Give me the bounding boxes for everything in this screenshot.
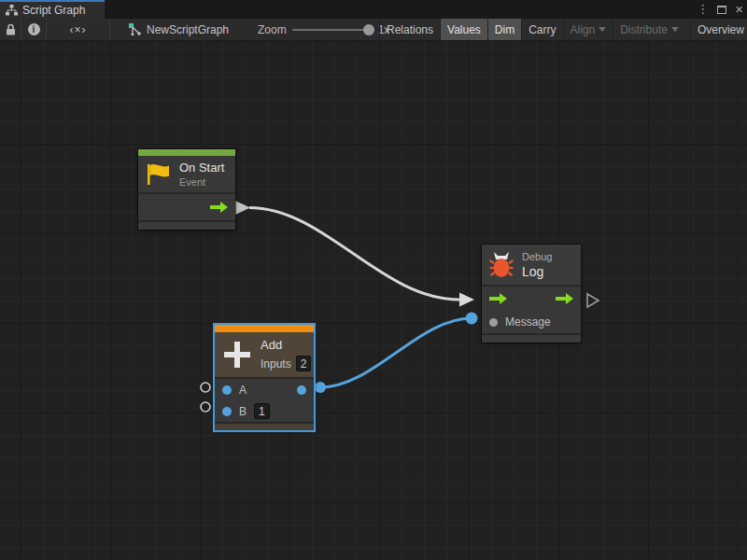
- trigger-out-port-icon[interactable]: [556, 292, 573, 305]
- port-b-dot[interactable]: [222, 407, 232, 416]
- distribute-dropdown[interactable]: Distribute: [613, 19, 685, 40]
- message-port-dot[interactable]: [489, 318, 498, 327]
- node-surtitle: Debug: [522, 250, 552, 264]
- value-wire-end-dot: [466, 313, 478, 325]
- node-subtitle: Event: [179, 175, 224, 189]
- zoom-slider-handle[interactable]: [363, 24, 374, 35]
- node-footer: [482, 333, 581, 343]
- node-title: Log: [522, 264, 552, 280]
- code-icon: ‹×›: [70, 23, 87, 36]
- maximize-icon[interactable]: [717, 6, 726, 14]
- node-footer: [138, 220, 235, 230]
- plus-icon: [222, 340, 252, 370]
- port-a-dot[interactable]: [222, 385, 232, 395]
- toolbar-toggle-group: Relations Values Dim Carry Align Distrib…: [379, 19, 747, 40]
- node-add[interactable]: Add Inputs 2 A B 1: [215, 325, 314, 430]
- value-wire-start-dot: [315, 382, 326, 393]
- flow-wire[interactable]: [249, 208, 459, 301]
- close-icon[interactable]: ×: [735, 0, 743, 19]
- carry-button[interactable]: Carry: [521, 19, 562, 40]
- node-on-start[interactable]: On Start Event: [138, 149, 235, 230]
- overview-button[interactable]: Overview: [690, 19, 747, 40]
- connection-layer: [0, 41, 747, 560]
- trigger-out-port-icon[interactable]: [210, 201, 228, 214]
- align-dropdown[interactable]: Align: [563, 19, 613, 40]
- node-title: Add: [261, 338, 311, 353]
- tab-script-graph[interactable]: Script Graph: [0, 0, 105, 19]
- preview-code-button[interactable]: ‹×›: [47, 19, 110, 40]
- port-b-label: B: [239, 405, 247, 418]
- lock-icon: [6, 23, 16, 35]
- graph-toolbar: i ‹×› NewScriptGraph Zoom 1x Relations V…: [0, 19, 747, 41]
- zoom-control: Zoom 1x: [258, 19, 389, 40]
- port-a-label: A: [239, 384, 247, 397]
- tab-label: Script Graph: [22, 4, 85, 17]
- window-controls: ⋮ ×: [697, 0, 743, 19]
- relations-button[interactable]: Relations: [379, 19, 440, 40]
- info-icon: i: [28, 23, 40, 35]
- graph-reference[interactable]: NewScriptGraph: [129, 19, 229, 40]
- dim-button[interactable]: Dim: [487, 19, 521, 40]
- node-title: On Start: [179, 161, 224, 175]
- graph-asset-icon: [129, 23, 141, 35]
- info-button[interactable]: i: [21, 19, 47, 40]
- log-trigger-out-marker[interactable]: [587, 294, 599, 307]
- inputs-count-field[interactable]: 2: [296, 356, 312, 371]
- menu-icon[interactable]: ⋮: [697, 0, 709, 19]
- port-b-value-field[interactable]: 1: [254, 403, 270, 419]
- port-a-unconnected-ring[interactable]: [201, 383, 210, 392]
- message-port-label: Message: [505, 315, 551, 329]
- values-button[interactable]: Values: [440, 19, 487, 40]
- port-b-unconnected-ring[interactable]: [201, 402, 210, 412]
- zoom-label: Zoom: [258, 23, 287, 36]
- inputs-label: Inputs: [261, 357, 291, 371]
- math-color-bar: [215, 325, 314, 332]
- bug-icon: [489, 251, 514, 278]
- event-color-bar: [138, 149, 235, 156]
- tab-bar: Script Graph ⋮ ×: [0, 0, 747, 19]
- node-footer: [215, 422, 314, 430]
- flow-wire-end-arrow: [459, 293, 474, 307]
- node-debug-log[interactable]: Debug Log Message: [482, 245, 581, 343]
- zoom-slider[interactable]: [292, 29, 373, 31]
- lock-button[interactable]: [0, 19, 21, 40]
- sum-output-dot[interactable]: [297, 385, 306, 395]
- flow-wire-start-arrow: [235, 201, 250, 215]
- graph-name-label: NewScriptGraph: [147, 23, 229, 36]
- value-wire[interactable]: [320, 318, 472, 387]
- toolbar-left-group: i ‹×›: [0, 19, 110, 40]
- chevron-down-icon: [671, 27, 679, 32]
- flag-icon: [146, 163, 171, 186]
- graph-canvas[interactable]: On Start Event: [0, 41, 747, 560]
- script-graph-icon: [6, 5, 18, 16]
- chevron-down-icon: [599, 27, 606, 32]
- trigger-in-port-icon[interactable]: [489, 292, 507, 305]
